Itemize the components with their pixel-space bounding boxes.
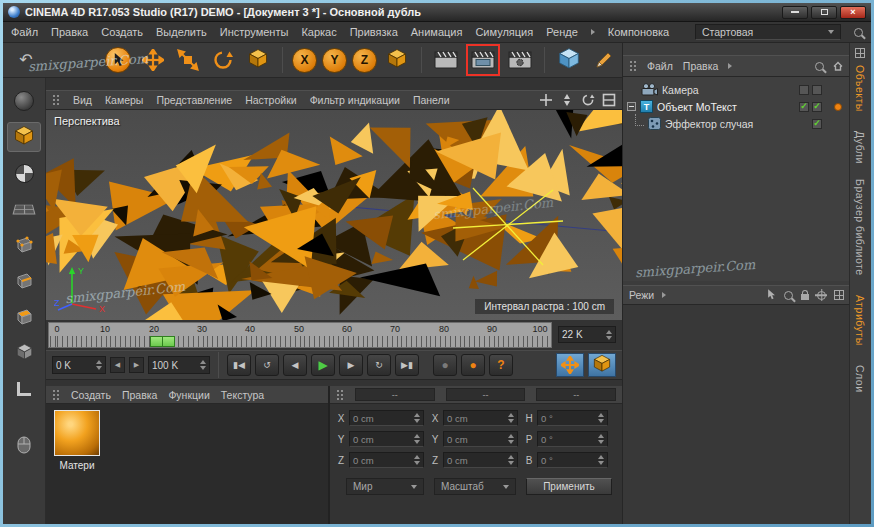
scale-tool-button[interactable] — [173, 45, 203, 75]
mouse-input-button[interactable] — [7, 430, 41, 460]
zoom-view-icon[interactable] — [560, 93, 574, 107]
next-frame-button[interactable]: ▶ — [339, 354, 363, 376]
panel-grip-icon[interactable] — [52, 94, 60, 106]
animation-mode-button[interactable] — [7, 338, 41, 368]
autokey-position-button[interactable] — [556, 353, 584, 377]
menu-file[interactable]: Файл — [11, 26, 38, 38]
range-start-field[interactable]: 0 K — [52, 356, 106, 374]
lock-icon[interactable] — [801, 294, 809, 300]
layout-preset-dropdown[interactable]: Стартовая — [695, 24, 841, 40]
spinner[interactable] — [411, 455, 420, 465]
target-icon[interactable] — [817, 291, 826, 300]
render-settings-button[interactable] — [505, 45, 535, 75]
help-button[interactable]: ? — [489, 354, 513, 376]
tab-takes[interactable]: Дубли — [854, 131, 866, 164]
panel-grip-icon[interactable] — [629, 60, 637, 72]
menu-layout[interactable]: Компоновка — [608, 26, 669, 38]
close-button[interactable]: × — [840, 6, 866, 19]
menu-tools[interactable]: Инструменты — [220, 26, 289, 38]
object-label[interactable]: Камера — [662, 84, 699, 96]
materials-menu-function[interactable]: Функции — [168, 389, 209, 401]
apply-button[interactable]: Применить — [526, 478, 612, 495]
render-visibility-dot[interactable] — [812, 85, 822, 95]
live-selection-button[interactable] — [103, 45, 133, 75]
enabled-check[interactable]: ✓ — [799, 102, 809, 112]
autokey-parameter-button[interactable] — [588, 353, 616, 377]
play-button[interactable]: ▶ — [311, 354, 335, 376]
object-label[interactable]: Эффектор случая — [665, 118, 753, 130]
lock-z-axis-button[interactable]: Z — [352, 48, 377, 73]
material-thumbnail[interactable] — [54, 410, 100, 456]
render-picture-viewer-button[interactable] — [469, 47, 497, 73]
om-menu-edit[interactable]: Правка — [683, 60, 718, 72]
points-mode-button[interactable] — [7, 230, 41, 260]
timeline-ruler[interactable]: 0 10 20 30 40 50 60 70 80 90 100 — [48, 322, 552, 348]
scale-z-field[interactable]: 0 cm — [443, 452, 518, 468]
next-key-button[interactable]: ↻ — [367, 354, 391, 376]
rot-p-field[interactable]: 0 ° — [537, 431, 608, 447]
spinner[interactable] — [505, 455, 514, 465]
last-tool-button[interactable] — [243, 45, 273, 75]
panel-grip-icon[interactable] — [52, 389, 60, 401]
om-menu-chevron-icon[interactable] — [728, 63, 732, 69]
enabled-check[interactable]: ✓ — [812, 102, 822, 112]
texture-mode-button[interactable] — [7, 158, 41, 188]
object-label[interactable]: Объект МоТекст — [657, 101, 737, 113]
grid-icon[interactable] — [834, 290, 844, 300]
spinner[interactable] — [505, 413, 514, 423]
am-search-icon[interactable] — [784, 291, 793, 300]
viewport-menu-cameras[interactable]: Камеры — [105, 94, 143, 106]
spinner[interactable] — [595, 455, 604, 465]
pos-x-field[interactable]: 0 cm — [349, 410, 424, 426]
materials-menu-texture[interactable]: Текстура — [221, 389, 264, 401]
material-name[interactable]: Матери — [48, 460, 106, 471]
pos-z-field[interactable]: 0 cm — [349, 452, 424, 468]
tab-browser[interactable]: Браузер библиоте — [854, 179, 866, 276]
next-marker-button[interactable]: ▶ — [129, 357, 144, 373]
am-menu-chevron-icon[interactable] — [662, 292, 666, 298]
layer-dot[interactable] — [834, 103, 842, 111]
om-menu-file[interactable]: Файл — [647, 60, 673, 72]
coordinate-system-button[interactable] — [382, 45, 412, 75]
menu-overflow-chevron-icon[interactable] — [591, 29, 595, 35]
coord-space-dropdown[interactable]: Мир — [346, 478, 424, 495]
home-icon[interactable] — [832, 60, 844, 72]
am-cursor-icon[interactable] — [766, 289, 776, 301]
spinner[interactable] — [411, 413, 420, 423]
menu-create[interactable]: Создать — [101, 26, 143, 38]
lock-x-axis-button[interactable]: X — [292, 48, 317, 73]
render-view-button[interactable] — [431, 45, 461, 75]
search-icon[interactable] — [854, 28, 863, 37]
make-editable-button[interactable] — [7, 86, 41, 116]
object-row-motext[interactable]: T Объект МоТекст ✓ ✓ — [623, 98, 850, 115]
spinner[interactable] — [505, 434, 514, 444]
materials-menu-create[interactable]: Создать — [71, 389, 111, 401]
menu-mesh[interactable]: Каркас — [301, 26, 336, 38]
range-end-field[interactable]: 100 K — [148, 356, 210, 374]
camera-view-label[interactable]: Перспектива — [54, 115, 120, 127]
viewport-menu-options[interactable]: Настройки — [245, 94, 297, 106]
editor-visibility-dot[interactable] — [799, 85, 809, 95]
tab-strip-grid-icon[interactable] — [855, 48, 865, 58]
move-tool-button[interactable] — [138, 45, 168, 75]
menu-simulate[interactable]: Симуляция — [475, 26, 533, 38]
viewport-menu-filter[interactable]: Фильтр индикации — [310, 94, 400, 106]
minimize-button[interactable] — [782, 6, 808, 19]
rot-b-field[interactable]: 0 ° — [537, 452, 608, 468]
rot-h-field[interactable]: 0 ° — [537, 410, 608, 426]
object-row-effector[interactable]: Эффектор случая ✓ — [623, 115, 850, 132]
viewport-menu-view[interactable]: Вид — [73, 94, 92, 106]
goto-end-button[interactable]: ▶▮ — [395, 354, 419, 376]
om-search-icon[interactable] — [815, 62, 824, 71]
object-row-camera[interactable]: Камера — [623, 81, 850, 98]
pan-view-icon[interactable] — [539, 93, 553, 107]
spinner[interactable] — [595, 413, 604, 423]
viewport-canvas[interactable]: Перспектива Интервал растра : 100 cm Y X… — [46, 110, 622, 320]
rotate-tool-button[interactable] — [208, 45, 238, 75]
workplane-mode-button[interactable] — [7, 194, 41, 224]
coord-header-rotation[interactable]: -- — [536, 388, 616, 401]
menu-render[interactable]: Ренде — [546, 26, 578, 38]
pos-y-field[interactable]: 0 cm — [349, 431, 424, 447]
tab-objects[interactable]: Объекты — [854, 65, 866, 112]
undo-button[interactable]: ↶ — [11, 45, 41, 75]
